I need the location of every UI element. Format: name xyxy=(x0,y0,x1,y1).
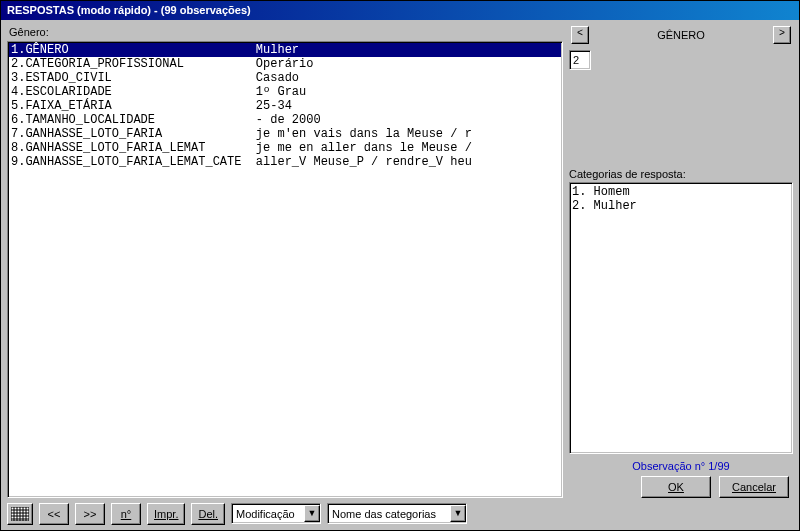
variable-name-label: GÊNERO xyxy=(589,29,773,41)
variable-row[interactable]: 3.ESTADO_CIVIL Casado xyxy=(9,71,561,85)
left-pane: Gênero: 1.GÊNERO Mulher2.CATEGORIA_PROFI… xyxy=(7,24,563,498)
last-record-button[interactable]: >> xyxy=(75,503,105,525)
value-input[interactable] xyxy=(569,50,591,70)
variable-row[interactable]: 4.ESCOLARIDADE 1º Grau xyxy=(9,85,561,99)
value-input-wrap xyxy=(569,50,793,70)
prev-variable-button[interactable]: < xyxy=(571,26,589,44)
cancel-button[interactable]: Cancelar xyxy=(719,476,789,498)
main-row: Gênero: 1.GÊNERO Mulher2.CATEGORIA_PROFI… xyxy=(7,24,793,498)
mode-combobox-text: Modificação xyxy=(236,508,304,520)
variable-row[interactable]: 8.GANHASSE_LOTO_FARIA_LEMAT je me en all… xyxy=(9,141,561,155)
variable-row[interactable]: 7.GANHASSE_LOTO_FARIA je m'en vais dans … xyxy=(9,127,561,141)
window: RESPOSTAS (modo rápido) - (99 observaçõe… xyxy=(0,0,800,531)
client-area: Gênero: 1.GÊNERO Mulher2.CATEGORIA_PROFI… xyxy=(1,20,799,530)
display-combobox-text: Nome das categorias xyxy=(332,508,450,520)
goto-n-button[interactable]: n° xyxy=(111,503,141,525)
display-combobox[interactable]: Nome das categorias ▼ xyxy=(327,503,467,524)
titlebar: RESPOSTAS (modo rápido) - (99 observaçõe… xyxy=(1,1,799,20)
mode-combobox[interactable]: Modificação ▼ xyxy=(231,503,321,524)
variable-listbox[interactable]: 1.GÊNERO Mulher2.CATEGORIA_PROFISSIONAL … xyxy=(7,41,563,498)
variable-row[interactable]: 1.GÊNERO Mulher xyxy=(9,43,561,57)
field-label: Gênero: xyxy=(9,26,563,38)
category-item[interactable]: 1. Homem xyxy=(572,185,790,199)
category-item[interactable]: 2. Mulher xyxy=(572,199,790,213)
variable-nav: < GÊNERO > xyxy=(569,24,793,46)
bottom-toolbar: << >> n° Impr. Del. Modificação ▼ Nome d… xyxy=(7,498,793,526)
dialog-buttons: OK Cancelar xyxy=(569,476,793,498)
chevron-down-icon: ▼ xyxy=(304,505,320,522)
variable-row[interactable]: 9.GANHASSE_LOTO_FARIA_LEMAT_CATE aller_V… xyxy=(9,155,561,169)
right-pane: < GÊNERO > Categorias de resposta: 1. Ho… xyxy=(569,24,793,498)
next-variable-button[interactable]: > xyxy=(773,26,791,44)
print-button[interactable]: Impr. xyxy=(147,503,185,525)
chevron-down-icon: ▼ xyxy=(450,505,466,522)
delete-button[interactable]: Del. xyxy=(191,503,225,525)
variable-row[interactable]: 6.TAMANHO_LOCALIDADE - de 2000 xyxy=(9,113,561,127)
grid-view-button[interactable] xyxy=(7,503,33,525)
variable-row[interactable]: 5.FAIXA_ETÁRIA 25-34 xyxy=(9,99,561,113)
grid-icon xyxy=(11,507,29,521)
variable-row[interactable]: 2.CATEGORIA_PROFISSIONAL Operário xyxy=(9,57,561,71)
first-record-button[interactable]: << xyxy=(39,503,69,525)
categories-listbox[interactable]: 1. Homem2. Mulher xyxy=(569,182,793,454)
observation-label: Observação n° 1/99 xyxy=(569,460,793,472)
categories-label: Categorias de resposta: xyxy=(569,168,793,180)
ok-button[interactable]: OK xyxy=(641,476,711,498)
